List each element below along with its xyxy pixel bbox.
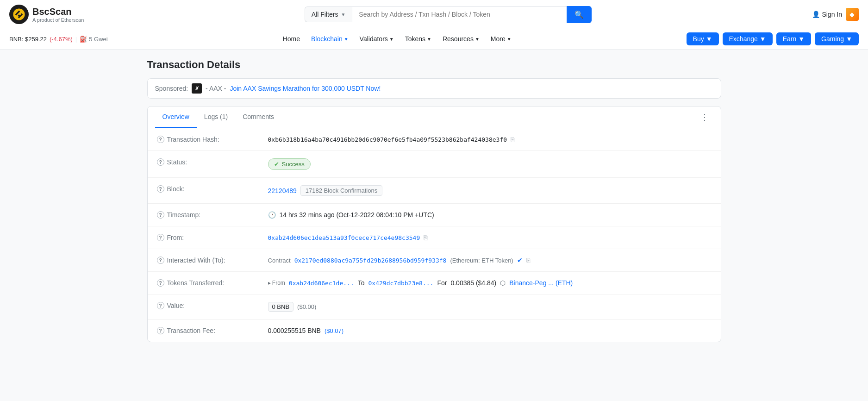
copy-icon[interactable]: ⎘ xyxy=(511,136,514,143)
action-buttons: Buy ▼ Exchange ▼ Earn ▼ Gaming ▼ xyxy=(687,32,859,45)
status-badge: ✔ Success xyxy=(268,158,311,170)
search-filter-dropdown[interactable]: All Filters ▼ xyxy=(305,6,352,22)
help-icon[interactable]: ? xyxy=(157,279,164,287)
tab-logs[interactable]: Logs (1) xyxy=(197,107,235,128)
copy-icon[interactable]: ⎘ xyxy=(526,257,530,264)
token-name-link[interactable]: Binance-Peg ... (ETH) xyxy=(509,279,573,287)
token-arrow-icon: ▸ From xyxy=(268,280,285,286)
nav-tokens[interactable]: Tokens ▼ xyxy=(400,32,436,45)
help-icon[interactable]: ? xyxy=(157,136,164,143)
fee-usd: ($0.07) xyxy=(325,327,343,334)
help-icon[interactable]: ? xyxy=(157,257,164,264)
user-icon: 👤 xyxy=(812,11,820,18)
transaction-card: Overview Logs (1) Comments ⋮ ? Transacti… xyxy=(147,106,721,342)
fee-label: ? Transaction Fee: xyxy=(157,327,259,334)
help-icon[interactable]: ? xyxy=(157,234,164,241)
page-title: Transaction Details xyxy=(147,59,241,71)
help-icon[interactable]: ? xyxy=(157,327,164,334)
tabs: Overview Logs (1) Comments ⋮ xyxy=(148,107,721,128)
copy-icon[interactable]: ⎘ xyxy=(424,234,427,241)
sponsored-label: Sponsored: xyxy=(155,85,188,92)
buy-button[interactable]: Buy ▼ xyxy=(687,32,719,45)
tab-comments[interactable]: Comments xyxy=(235,107,281,128)
sponsor-icon: ✗ xyxy=(192,83,202,94)
contract-address-link[interactable]: 0x2170ed0880ac9a755fd29b2688956bd959f933… xyxy=(294,257,447,264)
help-icon[interactable]: ? xyxy=(157,158,164,166)
block-value: 22120489 17182 Block Confirmations xyxy=(268,185,712,196)
sponsored-link[interactable]: Join AAX Savings Marathon for 300,000 US… xyxy=(230,85,381,92)
timestamp-label: ? Timestamp: xyxy=(157,211,259,219)
network-icon[interactable]: ◆ xyxy=(846,8,859,21)
nav-bar: BNB: $259.22 (-4.67%) | ⛽ 5 Gwei Home Bl… xyxy=(9,29,859,49)
nav-resources[interactable]: Resources ▼ xyxy=(438,32,484,45)
token-to-link[interactable]: 0x429dc7dbb23e8... xyxy=(368,280,434,287)
status-label: ? Status: xyxy=(157,158,259,166)
sign-in-button[interactable]: 👤 Sign In xyxy=(812,11,842,18)
gas-icon: ⛽ xyxy=(80,36,87,43)
help-icon[interactable]: ? xyxy=(157,302,164,309)
token-to-label: To xyxy=(358,279,365,287)
contract-label: Contract xyxy=(268,257,291,264)
nav-right: 👤 Sign In ◆ xyxy=(812,8,859,21)
interacted-label: ? Interacted With (To): xyxy=(157,257,259,264)
bnb-change: (-4.67%) xyxy=(50,36,73,43)
chevron-down-icon: ▼ xyxy=(846,35,852,43)
filter-label: All Filters xyxy=(312,11,338,18)
page-header: Transaction Details xyxy=(147,59,721,71)
timestamp-row: ? Timestamp: 🕐 14 hrs 32 mins ago (Oct-1… xyxy=(148,204,721,226)
fee-bnb: 0.000255515 BNB xyxy=(268,327,321,334)
from-label: ? From: xyxy=(157,234,259,241)
chevron-down-icon: ▼ xyxy=(475,37,480,42)
chevron-down-icon: ▼ xyxy=(344,37,349,42)
eth-icon: ⬡ xyxy=(500,279,506,287)
search-icon: 🔍 xyxy=(575,11,584,19)
tokens-label: ? Tokens Transferred: xyxy=(157,279,259,287)
logo-name: BscScan xyxy=(32,6,84,17)
clock-icon: 🕐 xyxy=(268,211,276,219)
nav-blockchain[interactable]: Blockchain ▼ xyxy=(306,32,353,45)
bnb-gwei: ⛽ 5 Gwei xyxy=(80,36,107,43)
value-row: ? Value: 0 BNB ($0.00) xyxy=(148,294,721,320)
nav-links: Home Blockchain ▼ Validators ▼ Tokens ▼ … xyxy=(278,32,516,45)
nav-home[interactable]: Home xyxy=(278,32,305,45)
chevron-down-icon: ▼ xyxy=(507,37,512,42)
nav-validators[interactable]: Validators ▼ xyxy=(355,32,399,45)
exchange-button[interactable]: Exchange ▼ xyxy=(723,32,773,45)
chevron-down-icon: ▼ xyxy=(389,37,394,42)
interacted-value: Contract 0x2170ed0880ac9a755fd29b2688956… xyxy=(268,257,712,264)
block-row: ? Block: 22120489 17182 Block Confirmati… xyxy=(148,178,721,204)
block-label: ? Block: xyxy=(157,185,259,193)
help-icon[interactable]: ? xyxy=(157,185,164,193)
timestamp-value: 🕐 14 hrs 32 mins ago (Oct-12-2022 08:04:… xyxy=(268,211,712,219)
logo-area: BscScan A product of Etherscan xyxy=(9,5,84,24)
bnb-price: BNB: $259.22 xyxy=(9,36,47,43)
header: BscScan A product of Etherscan All Filte… xyxy=(0,0,868,50)
search-area: All Filters ▼ 🔍 xyxy=(305,6,592,23)
help-icon[interactable]: ? xyxy=(157,211,164,219)
tokens-value: ▸ From 0xab24d606ec1de... To 0x429dc7dbb… xyxy=(268,279,712,287)
logo-text: BscScan A product of Etherscan xyxy=(32,6,84,23)
status-row: ? Status: ✔ Success xyxy=(148,151,721,178)
interacted-row: ? Interacted With (To): Contract 0x2170e… xyxy=(148,249,721,272)
gaming-button[interactable]: Gaming ▼ xyxy=(815,32,859,45)
nav-more[interactable]: More ▼ xyxy=(486,32,516,45)
main-content: Transaction Details Sponsored: ✗ - AAX -… xyxy=(138,50,731,351)
value-usd: ($0.00) xyxy=(297,303,316,310)
block-link[interactable]: 22120489 xyxy=(268,187,297,194)
from-address-link[interactable]: 0xab24d606ec1dea513a93f0cece717ce4e98c35… xyxy=(268,234,420,241)
logo-icon xyxy=(9,5,29,24)
header-top: BscScan A product of Etherscan All Filte… xyxy=(9,0,859,29)
search-input[interactable] xyxy=(352,6,567,22)
logo-subtitle: A product of Etherscan xyxy=(32,17,84,23)
tab-overview[interactable]: Overview xyxy=(155,107,197,128)
token-from-link[interactable]: 0xab24d606ec1de... xyxy=(289,280,354,287)
tab-more-button[interactable]: ⋮ xyxy=(696,107,713,127)
gwei-value: 5 Gwei xyxy=(89,36,107,43)
sponsored-text: - AAX - xyxy=(206,85,226,92)
earn-button[interactable]: Earn ▼ xyxy=(776,32,811,45)
confirmations-badge: 17182 Block Confirmations xyxy=(300,185,382,196)
contract-suffix: (Ethereum: ETH Token) xyxy=(450,257,513,264)
fee-value: 0.000255515 BNB ($0.07) xyxy=(268,327,712,334)
status-value: ✔ Success xyxy=(268,158,712,170)
search-button[interactable]: 🔍 xyxy=(567,6,592,23)
